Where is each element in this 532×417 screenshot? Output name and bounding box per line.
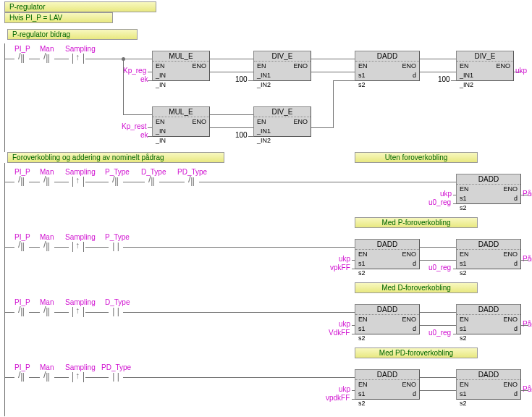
contact-sampling-5 bbox=[72, 372, 84, 382]
label-sampling-1: Sampling bbox=[65, 45, 96, 53]
block-div-e-3: DIV_E ENENO _IN1 _IN2 bbox=[253, 106, 311, 137]
contact-pi-p-3: | |/ bbox=[14, 243, 29, 252]
contact-pi-p-1: | |/ bbox=[14, 55, 29, 64]
label-pi-p-5: PI_P bbox=[14, 363, 30, 371]
const-100-3: 100 bbox=[235, 131, 248, 139]
block-dadd-pd1: DADD ENENO s1d s2 bbox=[355, 369, 420, 400]
label-pi-p-4: PI_P bbox=[14, 298, 30, 306]
label-sampling-2: Sampling bbox=[65, 168, 96, 176]
label-man-5: Man bbox=[40, 363, 54, 371]
contact-ptype-2: | | bbox=[109, 243, 123, 252]
tab-p-regulator: P-regulator bbox=[4, 1, 156, 12]
sig-vpdkff: vpdkFF bbox=[326, 394, 350, 402]
sig-ukp-3: ukp bbox=[339, 255, 350, 263]
block-dadd-d2: DADD ENENO s1d s2 bbox=[456, 304, 521, 334]
sig-ukp-out: ukp bbox=[515, 67, 527, 75]
sig-padrag-1: Pådrag bbox=[523, 190, 532, 198]
sig-ek-2: ek bbox=[140, 131, 148, 139]
label-dtype-1: D_Type bbox=[141, 168, 166, 176]
sig-u0reg-3: u0_reg bbox=[428, 329, 451, 337]
sig-ek-1: ek bbox=[140, 75, 148, 83]
label-man-2: Man bbox=[40, 168, 54, 176]
contact-man-2: | |/ bbox=[40, 178, 54, 187]
label-pdtype-1: PD_Type bbox=[177, 168, 207, 176]
label-pi-p-3: PI_P bbox=[14, 233, 30, 241]
contact-pdtype-2: | | bbox=[109, 374, 123, 382]
block-mul-e-1: MUL_E ENENO _IN _IN bbox=[152, 51, 210, 81]
sig-vpkff: vpkFF bbox=[330, 264, 350, 271]
contact-pdtype-1: | |/ bbox=[185, 178, 199, 187]
block-dadd-p2: DADD ENENO s1d s2 bbox=[456, 239, 521, 269]
contact-sampling-3 bbox=[72, 242, 84, 252]
tab-condition: Hvis PI_P = LAV bbox=[4, 12, 113, 23]
contact-pi-p-4: | |/ bbox=[14, 308, 29, 317]
sig-vdkff: VdkFF bbox=[329, 329, 350, 337]
block-dadd-pd2: DADD ENENO s1d s2 bbox=[456, 369, 521, 400]
contact-sampling-2 bbox=[72, 177, 84, 187]
block-dadd-uten: DADD ENENO s1d s2 bbox=[456, 174, 521, 204]
label-ptype-2: P_Type bbox=[105, 233, 130, 241]
contact-man-3: | |/ bbox=[40, 243, 54, 252]
label-sampling-4: Sampling bbox=[65, 298, 96, 306]
block-dadd-p1: DADD ENENO s1d s2 bbox=[355, 239, 420, 269]
contact-man-5: | |/ bbox=[40, 374, 54, 382]
block-div-e-2: DIV_E ENENO _IN1 _IN2 bbox=[456, 51, 514, 81]
contact-pi-p-5: | |/ bbox=[14, 374, 29, 382]
block-dadd-1: DADD ENENO s1d s2 bbox=[355, 51, 420, 81]
sig-u0reg-1: u0_reg bbox=[428, 198, 451, 206]
sig-padrag-4: Pådrag bbox=[523, 385, 532, 393]
sig-kp-reg: Kp_reg bbox=[123, 67, 146, 75]
section-med-d: Med D-foroverkobling bbox=[355, 282, 478, 293]
sig-kp-rest: Kp_rest bbox=[122, 122, 146, 130]
sig-ukp-4: ukp bbox=[339, 320, 350, 328]
label-dtype-2: D_Type bbox=[105, 298, 130, 306]
label-sampling-3: Sampling bbox=[65, 233, 96, 241]
contact-man-1: | |/ bbox=[40, 55, 54, 64]
label-pdtype-2: PD_Type bbox=[101, 363, 131, 371]
label-man-1: Man bbox=[40, 45, 54, 53]
contact-sampling-1 bbox=[72, 54, 84, 64]
label-ptype-1: P_Type bbox=[105, 168, 130, 176]
contact-pi-p-2: | |/ bbox=[14, 178, 29, 187]
label-pi-p-2: PI_P bbox=[14, 168, 30, 176]
label-man-4: Man bbox=[40, 298, 54, 306]
contact-dtype-1: | |/ bbox=[145, 178, 159, 187]
block-dadd-d1: DADD ENENO s1d s2 bbox=[355, 304, 420, 334]
section-p-regulator-bidrag: P-regulator bidrag bbox=[7, 29, 138, 40]
label-pi-p-1: PI_P bbox=[14, 45, 30, 53]
contact-sampling-4 bbox=[72, 307, 84, 317]
block-div-e-1: DIV_E ENENO _IN1 _IN2 bbox=[253, 51, 311, 81]
section-med-pd: Med PD-foroverkobling bbox=[355, 348, 478, 358]
section-med-p: Med P-foroverkobling bbox=[355, 217, 478, 228]
label-man-3: Man bbox=[40, 233, 54, 241]
section-foroverkobling: Foroverkobling og addering av nominelt p… bbox=[7, 152, 224, 163]
const-100-1: 100 bbox=[235, 75, 248, 83]
sig-ukp-5: ukp bbox=[339, 385, 350, 393]
contact-ptype-1: | |/ bbox=[109, 178, 123, 187]
label-sampling-5: Sampling bbox=[65, 363, 96, 371]
sig-u0reg-2: u0_reg bbox=[428, 264, 451, 271]
contact-man-4: | |/ bbox=[40, 308, 54, 317]
sig-ukp-2: ukp bbox=[440, 190, 452, 198]
contact-dtype-2: | | bbox=[109, 308, 123, 317]
sig-padrag-3: Pådrag bbox=[523, 320, 532, 328]
block-mul-e-2: MUL_E ENENO _IN _IN bbox=[152, 106, 210, 137]
const-100-2: 100 bbox=[438, 75, 450, 83]
sig-padrag-2: Pådrag bbox=[523, 255, 532, 263]
section-uten: Uten foroverkobling bbox=[355, 152, 478, 163]
